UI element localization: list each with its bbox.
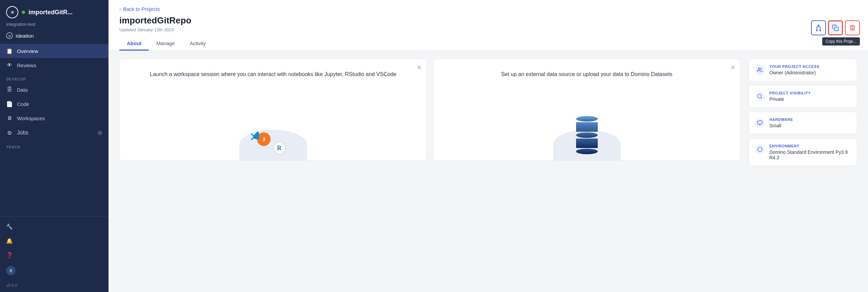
data-card-text: Set up an external data source or upload… — [433, 59, 740, 84]
delete-button[interactable] — [845, 20, 860, 35]
sidebar-project-name: importedGitR... — [28, 9, 73, 16]
workspaces-icon: 🖥 — [6, 115, 13, 122]
visibility-value: Private — [769, 96, 811, 102]
project-access-value: Owner (Administrator) — [769, 70, 820, 75]
svg-point-7 — [758, 94, 762, 98]
develop-section-label: DEVELOP — [0, 72, 108, 83]
back-to-projects-link[interactable]: ‹ Back to Projects — [119, 6, 857, 12]
track-section-label: TRACK — [0, 140, 108, 150]
workspaces-label: Workspaces — [17, 115, 45, 121]
project-access-content: YOUR PROJECT ACCESS Owner (Administrator… — [769, 65, 820, 75]
hardware-value: Small — [769, 123, 793, 128]
workspace-card: ✕ Launch a workspace session where you c… — [119, 59, 427, 161]
environment-value: Domino Standard Environment Py3.9 R4.2 — [769, 149, 851, 160]
copy-button[interactable] — [828, 20, 843, 35]
top-right-toolbar: Copy this Proje... — [811, 20, 860, 35]
settings-icon: 🔧 — [6, 223, 13, 230]
workspace-card-text: Launch a workspace session where you can… — [120, 59, 427, 84]
back-link-label: Back to Projects — [123, 6, 160, 12]
sidebar-item-data[interactable]: 🗄 Data — [0, 83, 108, 97]
info-environment: ENVIRONMENT Domino Standard Environment … — [749, 138, 857, 166]
visibility-icon — [755, 92, 765, 101]
code-label: Code — [17, 101, 29, 107]
sidebar-subtitle: integration-test — [0, 22, 108, 30]
workspace-card-close[interactable]: ✕ — [417, 64, 422, 71]
jobs-label: Jobs — [17, 130, 28, 136]
main-content: ‹ Back to Projects importedGitRepo Updat… — [108, 0, 868, 292]
status-dot — [22, 11, 25, 14]
jobs-icon: ⚙ — [6, 129, 13, 136]
overview-icon: 📋 — [6, 48, 13, 54]
svg-point-6 — [758, 68, 760, 70]
hardware-label: HARDWARE — [769, 117, 793, 122]
fork-button[interactable] — [811, 20, 826, 35]
content-area: ✕ Launch a workspace session where you c… — [108, 51, 868, 292]
main-header: ‹ Back to Projects importedGitRepo Updat… — [108, 0, 868, 51]
sidebar-item-reviews[interactable]: 👁 Reviews — [0, 58, 108, 72]
project-access-label: YOUR PROJECT ACCESS — [769, 65, 820, 69]
vscode-icon — [250, 130, 260, 143]
data-card-illustration — [433, 84, 740, 160]
environment-content: ENVIRONMENT Domino Standard Environment … — [769, 144, 851, 160]
project-access-icon — [755, 65, 765, 75]
jobs-add-icon[interactable]: ⊕ — [97, 129, 102, 136]
workspace-label: Ideation — [16, 33, 34, 39]
svg-text:J: J — [262, 136, 265, 142]
svg-rect-3 — [835, 27, 839, 31]
data-icon: 🗄 — [6, 86, 13, 93]
sidebar-item-help[interactable]: ❓ — [0, 248, 108, 262]
tab-about[interactable]: About — [119, 37, 149, 51]
back-chevron-icon: ‹ — [119, 6, 121, 12]
sidebar-item-overview[interactable]: 📋 Overview — [0, 44, 108, 58]
info-project-access: YOUR PROJECT ACCESS Owner (Administrator… — [749, 59, 857, 81]
user-icon: ⏸ — [6, 266, 16, 275]
sidebar: ✳ importedGitR... integration-test ◎ Ide… — [0, 0, 108, 292]
right-sidebar: YOUR PROJECT ACCESS Owner (Administrator… — [749, 59, 857, 284]
sidebar-item-code[interactable]: 📄 Code — [0, 97, 108, 111]
tab-manage[interactable]: Manage — [149, 37, 182, 51]
sidebar-workspace[interactable]: ◎ Ideation — [0, 30, 108, 44]
svg-rect-9 — [757, 121, 762, 124]
hardware-content: HARDWARE Small — [769, 117, 793, 128]
sidebar-item-user[interactable]: ⏸ — [0, 262, 108, 279]
code-icon: 📄 — [6, 101, 13, 107]
r-icon: R — [273, 142, 285, 154]
info-hardware: HARDWARE Small — [749, 112, 857, 134]
sidebar-item-settings[interactable]: 🔧 — [0, 219, 108, 234]
overview-label: Overview — [17, 48, 38, 54]
sidebar-item-workspaces[interactable]: 🖥 Workspaces — [0, 111, 108, 125]
help-icon: ❓ — [6, 252, 13, 258]
data-label: Data — [17, 87, 28, 93]
workspace-card-illustration: J R — [120, 84, 427, 160]
tab-activity[interactable]: Activity — [182, 37, 214, 51]
environment-icon — [755, 145, 765, 154]
bell-icon: 🔔 — [6, 237, 13, 244]
info-visibility: PROJECT VISIBILITY Private — [749, 85, 857, 108]
workspace-icon: ◎ — [6, 32, 13, 39]
data-card-close[interactable]: ✕ — [730, 64, 735, 71]
cards-area: ✕ Launch a workspace session where you c… — [119, 59, 741, 284]
environment-label: ENVIRONMENT — [769, 144, 851, 148]
sidebar-top: ✳ importedGitR... — [0, 0, 108, 22]
jobs-left: ⚙ Jobs — [6, 129, 28, 136]
visibility-label: PROJECT VISIBILITY — [769, 91, 811, 95]
hardware-icon — [755, 118, 765, 128]
reviews-icon: 👁 — [6, 62, 13, 69]
svg-line-8 — [761, 97, 762, 98]
app-logo: ✳ — [6, 6, 18, 18]
data-card: ✕ Set up an external data source or uplo… — [433, 59, 741, 161]
project-updated: Updated January 12th 2023 — [119, 27, 857, 32]
reviews-label: Reviews — [17, 62, 36, 68]
tabs: About Manage Activity — [119, 37, 857, 50]
database-illustration — [576, 116, 598, 154]
project-title: importedGitRepo — [119, 15, 857, 26]
visibility-content: PROJECT VISIBILITY Private — [769, 91, 811, 102]
sidebar-version: v5.6.0 — [0, 279, 108, 292]
sidebar-item-notifications[interactable]: 🔔 — [0, 234, 108, 248]
copy-tooltip: Copy this Proje... — [822, 37, 860, 45]
sidebar-item-jobs[interactable]: ⚙ Jobs ⊕ — [0, 125, 108, 140]
